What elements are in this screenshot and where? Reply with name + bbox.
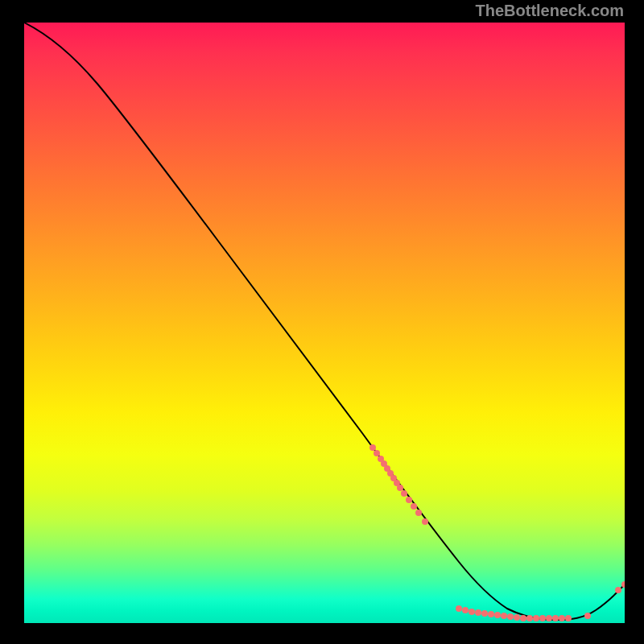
svg-point-28 xyxy=(546,615,552,621)
svg-point-23 xyxy=(514,614,520,621)
svg-point-29 xyxy=(552,615,559,621)
svg-point-16 xyxy=(469,609,475,615)
svg-point-10 xyxy=(406,497,412,503)
svg-point-21 xyxy=(501,613,507,619)
bottleneck-curve-line xyxy=(24,23,625,620)
svg-point-15 xyxy=(462,607,469,613)
svg-point-9 xyxy=(401,490,407,497)
watermark-text: TheBottleneck.com xyxy=(476,2,624,20)
svg-point-19 xyxy=(488,611,494,617)
svg-point-11 xyxy=(411,503,417,510)
svg-point-31 xyxy=(565,615,572,621)
svg-point-27 xyxy=(539,615,546,621)
svg-point-8 xyxy=(397,485,403,491)
chart-svg xyxy=(24,23,625,623)
chart-container: TheBottleneck.com xyxy=(0,0,644,644)
svg-point-24 xyxy=(520,615,526,621)
svg-point-1 xyxy=(374,450,380,456)
svg-point-33 xyxy=(615,587,621,593)
svg-point-0 xyxy=(369,444,376,451)
svg-point-32 xyxy=(584,613,591,619)
svg-point-14 xyxy=(456,605,462,612)
svg-point-12 xyxy=(415,510,422,516)
svg-point-30 xyxy=(559,615,565,621)
svg-point-26 xyxy=(533,615,539,621)
svg-point-13 xyxy=(422,518,428,525)
svg-point-22 xyxy=(507,613,514,620)
svg-point-17 xyxy=(475,609,481,616)
svg-point-25 xyxy=(526,615,533,621)
svg-point-18 xyxy=(481,610,488,617)
svg-point-20 xyxy=(494,612,501,618)
